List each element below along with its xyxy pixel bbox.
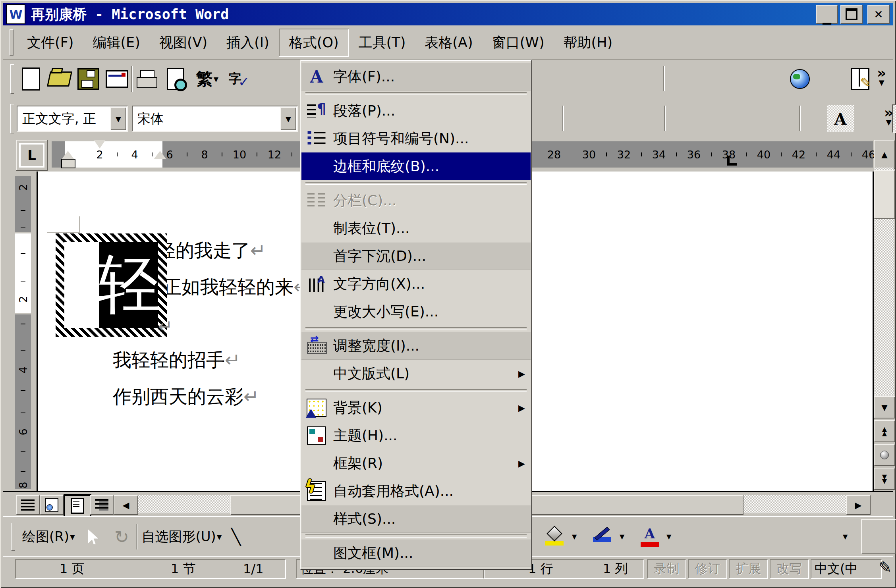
menu-separator <box>305 182 527 185</box>
font-color-icon: A <box>641 527 659 547</box>
menu-item-text-frame[interactable]: 图文框(M)... <box>301 539 531 567</box>
menu-item-autoformat[interactable]: 自动套用格式(A)... <box>301 477 531 505</box>
menu-file[interactable]: 文件(F) <box>17 29 83 56</box>
vscroll-thumb[interactable] <box>874 170 895 219</box>
vertical-ruler[interactable]: 2 2 4 6 8 <box>3 172 37 491</box>
menu-item-paragraph[interactable]: 段落(P)... <box>301 97 531 125</box>
draw-menu-button[interactable]: 绘图(R)▼ <box>18 524 79 549</box>
tab-stop-mark[interactable] <box>727 156 737 166</box>
extend-mode-button[interactable]: 扩展 <box>729 559 768 579</box>
menu-item-adjust-width[interactable]: 调整宽度(I)... <box>301 332 531 360</box>
menu-item-chinese-layout[interactable]: 中文版式(L) ▶ <box>301 360 531 388</box>
title-bar[interactable]: W 再别康桥 - Microsoft Word ▁ ✕ <box>3 3 893 25</box>
menu-insert[interactable]: 插入(I) <box>217 29 279 56</box>
doc-line[interactable]: 作别西天的云彩↵ <box>113 384 259 409</box>
left-indent-box[interactable] <box>61 159 75 168</box>
drawing-toolbar-grip[interactable] <box>11 523 15 551</box>
menu-item-frames[interactable]: 框架(R) ▶ <box>301 449 531 477</box>
word-app-icon[interactable]: W <box>6 4 25 24</box>
select-browse-object-button[interactable] <box>874 444 895 466</box>
menu-view[interactable]: 视图(V) <box>150 29 217 56</box>
menu-separator <box>305 389 527 392</box>
normal-view-button[interactable] <box>16 495 40 515</box>
menu-format[interactable]: 格式(O) <box>279 29 349 57</box>
close-button[interactable]: ✕ <box>867 5 890 24</box>
chevron-down-icon[interactable]: ▼ <box>843 533 848 540</box>
menu-help[interactable]: 帮助(H) <box>554 29 622 56</box>
standard-toolbar-grip[interactable] <box>10 64 14 94</box>
maximize-button[interactable] <box>840 5 863 24</box>
vertical-scrollbar[interactable]: ▲ ▼ ▲▲ ▼▼ <box>873 140 894 491</box>
drop-cap-frame[interactable]: 轻 <box>56 233 167 337</box>
menubar-grip[interactable] <box>10 29 14 56</box>
overtype-mode-button[interactable]: 改写 <box>770 559 809 579</box>
print-button[interactable] <box>133 66 160 93</box>
outline-view-button[interactable] <box>90 495 114 515</box>
formatting-toolbar-grip[interactable] <box>10 104 14 133</box>
menu-item-change-case[interactable]: 更改大小写(E)... <box>301 298 531 326</box>
character-shading-button[interactable]: A <box>827 105 854 132</box>
autoshapes-menu-button[interactable]: 自选图形(U)▼ <box>137 524 226 549</box>
menu-separator <box>305 534 527 538</box>
scroll-left-button[interactable]: ◀ <box>114 495 138 515</box>
font-value: 宋体 <box>133 110 164 128</box>
paragraph-mark: ↵ <box>225 349 240 371</box>
draw-font-color-button[interactable]: A <box>635 522 664 551</box>
scroll-up-button[interactable]: ▲ <box>874 140 895 169</box>
doc-line[interactable]: 轻的我走了↵ <box>157 238 266 263</box>
print-preview-button[interactable] <box>162 66 189 93</box>
menu-item-theme[interactable]: 主题(H)... <box>301 422 531 449</box>
menu-item-font[interactable]: A 字体(F)... <box>301 63 531 91</box>
chevron-down-icon[interactable]: ▼ <box>572 533 577 540</box>
open-button[interactable] <box>46 66 73 93</box>
next-page-button[interactable]: ▼▼ <box>874 468 895 490</box>
scroll-right-button[interactable]: ▶ <box>846 495 871 515</box>
menu-item-bullets-numbering[interactable]: 项目符号和编号(N)... <box>301 125 531 152</box>
menu-item-background[interactable]: 背景(K) ▶ <box>301 394 531 422</box>
select-objects-button[interactable] <box>79 523 106 550</box>
save-button[interactable] <box>75 66 102 93</box>
drop-cap-character[interactable]: 轻 <box>99 242 158 328</box>
line-tool-icon[interactable]: ╲ <box>231 528 241 546</box>
free-rotate-button[interactable]: ↻ <box>108 523 135 550</box>
spelling-button[interactable]: 字✓ <box>226 66 253 93</box>
toolbar-options-chevron[interactable]: »▼ <box>877 67 886 86</box>
hyperlink-button[interactable] <box>786 66 813 93</box>
chevron-down-icon[interactable]: ▼ <box>280 107 296 130</box>
font-combobox[interactable]: 宋体 ▼ <box>132 106 298 132</box>
menu-table[interactable]: 表格(A) <box>415 29 482 56</box>
line-color-button[interactable] <box>588 522 616 551</box>
menu-item-text-direction[interactable]: 文字方向(X)... <box>301 270 531 298</box>
previous-page-button[interactable]: ▲▲ <box>874 420 895 442</box>
track-changes-button[interactable]: 修订 <box>688 559 727 579</box>
chevron-down-icon[interactable]: ▼ <box>620 533 624 540</box>
menu-window[interactable]: 窗口(W) <box>483 29 554 56</box>
menu-item-style[interactable]: 样式(S)... <box>301 505 531 533</box>
chevron-down-icon[interactable]: ▼ <box>110 107 126 130</box>
chevron-down-icon[interactable]: ▼ <box>214 75 218 83</box>
select-arrow-icon <box>88 529 98 544</box>
tables-borders-button[interactable] <box>847 66 874 93</box>
submenu-arrow-icon: ▶ <box>518 459 525 468</box>
doc-line[interactable]: 我轻轻的招手↵ <box>113 348 240 373</box>
traditional-conversion-button[interactable]: 繁 ▼ <box>191 66 224 93</box>
chevron-down-icon[interactable]: ▼ <box>666 533 671 540</box>
record-mode-button[interactable]: 录制 <box>647 559 686 579</box>
fill-color-button[interactable] <box>540 522 569 551</box>
menu-item-drop-cap[interactable]: 首字下沉(D)... <box>301 242 531 270</box>
style-combobox[interactable]: 正文文字, 正 ▼ <box>17 106 128 132</box>
new-document-button[interactable] <box>17 66 44 93</box>
toolbar-options-chevron[interactable]: »▼ <box>884 106 893 126</box>
doc-line[interactable]: 正如我轻轻的来↵ <box>163 275 309 300</box>
web-layout-view-button[interactable] <box>40 495 64 515</box>
menu-item-borders-shading[interactable]: 边框和底纹(B)... <box>301 152 531 180</box>
print-layout-view-button[interactable] <box>64 494 91 517</box>
minimize-button[interactable]: ▁ <box>816 5 838 24</box>
scroll-down-button[interactable]: ▼ <box>874 396 895 418</box>
menu-item-tabs[interactable]: 制表位(T)... <box>301 214 531 242</box>
language-panel[interactable]: 中文(中 <box>811 559 882 579</box>
tab-selector-button[interactable]: L <box>16 140 48 171</box>
email-button[interactable] <box>103 66 130 93</box>
menu-edit[interactable]: 编辑(E) <box>83 29 149 56</box>
menu-tools[interactable]: 工具(T) <box>349 29 415 56</box>
